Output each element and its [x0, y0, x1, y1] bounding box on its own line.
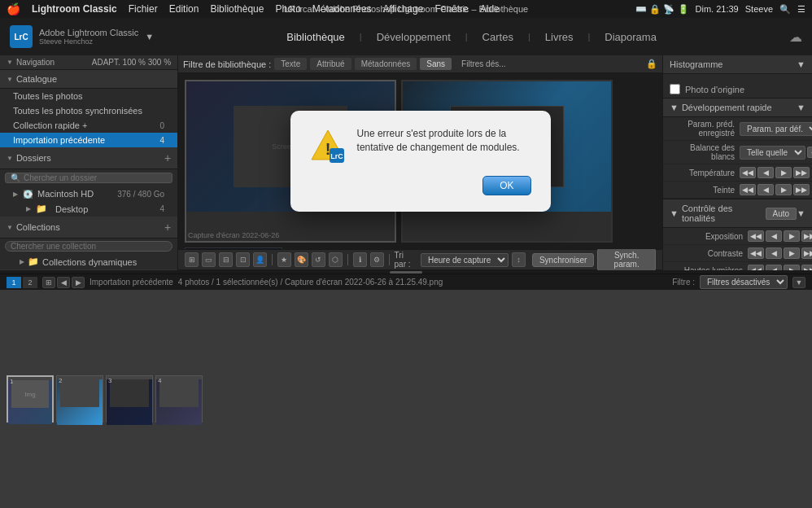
- temp-inc-big[interactable]: ▶▶: [793, 167, 810, 178]
- collections-search-input[interactable]: [11, 242, 167, 251]
- filter-lock-icon[interactable]: 🔒: [646, 59, 657, 69]
- teinte-inc-big[interactable]: ▶▶: [793, 184, 810, 195]
- filmstrip-thumb-1[interactable]: Img 1: [7, 375, 54, 423]
- contraste-dec[interactable]: ◀: [766, 247, 782, 259]
- expo-inc-big[interactable]: ▶▶: [801, 230, 812, 242]
- temp-dec[interactable]: ◀: [757, 167, 774, 178]
- histogram-collapse[interactable]: ▼: [797, 59, 805, 69]
- people-btn[interactable]: 👤: [253, 252, 267, 267]
- dossier-macintosh[interactable]: ▶ 💽 Macintosh HD 376 / 480 Go: [0, 186, 177, 201]
- info-btn[interactable]: ℹ: [353, 252, 367, 267]
- expo-inc[interactable]: ▶: [784, 230, 800, 242]
- page-2-btn[interactable]: 2: [23, 277, 37, 288]
- filmstrip-thumb-2[interactable]: 2: [56, 375, 103, 423]
- tab-cartes[interactable]: Cartes: [473, 28, 523, 46]
- apple-menu[interactable]: 🍎: [7, 2, 20, 15]
- tonal-collapse[interactable]: ▼: [797, 208, 805, 218]
- filmstrip-thumb-3[interactable]: 3: [106, 375, 153, 423]
- filmstrip-filter-expand[interactable]: ▼: [792, 277, 805, 288]
- collections-header[interactable]: ▼ Collections +: [0, 217, 177, 239]
- catalogue-item-import[interactable]: Importation précédente 4: [0, 133, 177, 147]
- param-select[interactable]: Param. par déf.: [740, 122, 812, 136]
- collections-dynamic[interactable]: ▶ 📁 Collections dynamiques: [0, 254, 177, 269]
- teinte-dec-big[interactable]: ◀◀: [740, 184, 756, 195]
- collections-add[interactable]: +: [164, 221, 171, 234]
- filmstrip-filter-select[interactable]: Filtres désactivés: [700, 275, 788, 289]
- dossier-search[interactable]: 🔍: [5, 173, 172, 183]
- balance-prev[interactable]: ◀: [807, 147, 812, 158]
- tonalites-header[interactable]: ▼ Contrôle des tonalités Auto ▼: [663, 199, 812, 228]
- survey-btn[interactable]: ⊡: [236, 252, 250, 267]
- tonal-label: Contrôle des tonalités: [682, 204, 766, 223]
- film-grid-view[interactable]: ⊞: [42, 277, 55, 288]
- tab-bibliotheque[interactable]: Bibliothèque: [277, 28, 355, 46]
- dossiers-header[interactable]: ▼ Dossiers +: [0, 147, 177, 169]
- loupe-view-btn[interactable]: ▭: [202, 252, 216, 267]
- color-btn[interactable]: 🎨: [295, 252, 308, 267]
- cloud-icon[interactable]: ☁: [789, 29, 802, 45]
- filter-tab-metadonnees[interactable]: Métadonnées: [355, 58, 417, 70]
- expo-dec[interactable]: ◀: [766, 230, 782, 242]
- balance-select[interactable]: Telle quelle: [740, 146, 805, 160]
- teinte-controls: ◀◀ ◀ ▶ ▶▶: [740, 184, 810, 195]
- synchro-button[interactable]: Synchroniser: [532, 253, 594, 267]
- filmstrip-thumb-4[interactable]: 4: [155, 375, 203, 423]
- tab-livres[interactable]: Livres: [535, 28, 583, 46]
- nav-right: ☁: [789, 29, 802, 45]
- dossier-desktop[interactable]: ▶ 📁 Desktop 4: [0, 201, 177, 217]
- contraste-dec-big[interactable]: ◀◀: [748, 247, 764, 259]
- catalogue-item-sync[interactable]: Toutes les photos synchronisées: [0, 103, 177, 118]
- filter-tab-sans[interactable]: Sans: [420, 58, 452, 70]
- hautes-inc[interactable]: ▶: [784, 265, 800, 270]
- synch-param-button[interactable]: Synch. param.: [597, 248, 656, 270]
- catalogue-item-all-photos[interactable]: Toutes les photos: [0, 89, 177, 103]
- photo-origin-checkbox[interactable]: [670, 84, 680, 94]
- grid-view-btn[interactable]: ⊞: [185, 252, 199, 267]
- teinte-inc[interactable]: ▶: [775, 184, 792, 195]
- crop-btn[interactable]: ⬡: [329, 252, 343, 267]
- auto-button[interactable]: Auto: [766, 208, 797, 220]
- zoom1[interactable]: 100 %: [123, 58, 146, 67]
- sort-select[interactable]: Heure de capture: [421, 253, 509, 267]
- menu-item-fichier[interactable]: Fichier: [129, 3, 158, 15]
- catalogue-header[interactable]: ▼ Catalogue: [0, 70, 177, 89]
- hautes-dec[interactable]: ◀: [766, 265, 782, 270]
- film-next[interactable]: ▶: [72, 277, 85, 288]
- tab-diaporama[interactable]: Diaporama: [595, 28, 666, 46]
- app-menu-item-lightroom[interactable]: Lightroom Classic: [32, 3, 117, 15]
- contraste-inc-big[interactable]: ▶▶: [801, 247, 812, 259]
- filter-tab-texte[interactable]: Texte: [274, 58, 307, 70]
- sort-dir-btn[interactable]: ↕: [512, 252, 526, 267]
- page-1-btn[interactable]: 1: [7, 277, 21, 288]
- menu-item-edition[interactable]: Edition: [169, 3, 199, 15]
- filmstrip-path: Importation précédente: [89, 278, 173, 287]
- menubar-search[interactable]: 🔍: [779, 4, 791, 15]
- sprocket-btn[interactable]: ⚙: [370, 252, 384, 267]
- compare-btn[interactable]: ⊟: [219, 252, 233, 267]
- thumb-1-num: 1: [10, 378, 13, 385]
- user-dropdown-arrow[interactable]: ▼: [145, 32, 154, 42]
- filter-tab-attribue[interactable]: Attribué: [310, 58, 351, 70]
- dev-collapse[interactable]: ▼: [797, 103, 805, 112]
- dev-rapide-header[interactable]: ▼ Développement rapide ▼: [663, 98, 812, 117]
- teinte-dec[interactable]: ◀: [757, 184, 774, 195]
- temp-inc[interactable]: ▶: [775, 167, 792, 178]
- rotate-btn[interactable]: ↺: [312, 252, 325, 267]
- contraste-inc[interactable]: ▶: [784, 247, 800, 259]
- dossier-search-input[interactable]: [24, 173, 167, 182]
- menu-item-bibliotheque[interactable]: Bibliothèque: [210, 3, 264, 15]
- star-btn[interactable]: ★: [277, 252, 291, 267]
- catalogue-item-quick[interactable]: Collection rapide + 0: [0, 118, 177, 133]
- dialog-ok-button[interactable]: OK: [482, 176, 530, 195]
- filmstrip-status-bar: 1 2 ⊞ ◀ ▶ Importation précédente 4 photo…: [0, 274, 812, 290]
- tab-developpement[interactable]: Développement: [367, 28, 461, 46]
- collections-search[interactable]: [5, 241, 172, 252]
- zoom2[interactable]: 300 %: [148, 58, 171, 67]
- hautes-dec-big[interactable]: ◀◀: [748, 265, 764, 270]
- temp-dec-big[interactable]: ◀◀: [740, 167, 756, 178]
- dossiers-add[interactable]: +: [164, 151, 171, 164]
- film-prev[interactable]: ◀: [57, 277, 70, 288]
- expo-dec-big[interactable]: ◀◀: [748, 230, 764, 242]
- menubar-control[interactable]: ☰: [797, 4, 805, 15]
- hautes-inc-big[interactable]: ▶▶: [801, 265, 812, 270]
